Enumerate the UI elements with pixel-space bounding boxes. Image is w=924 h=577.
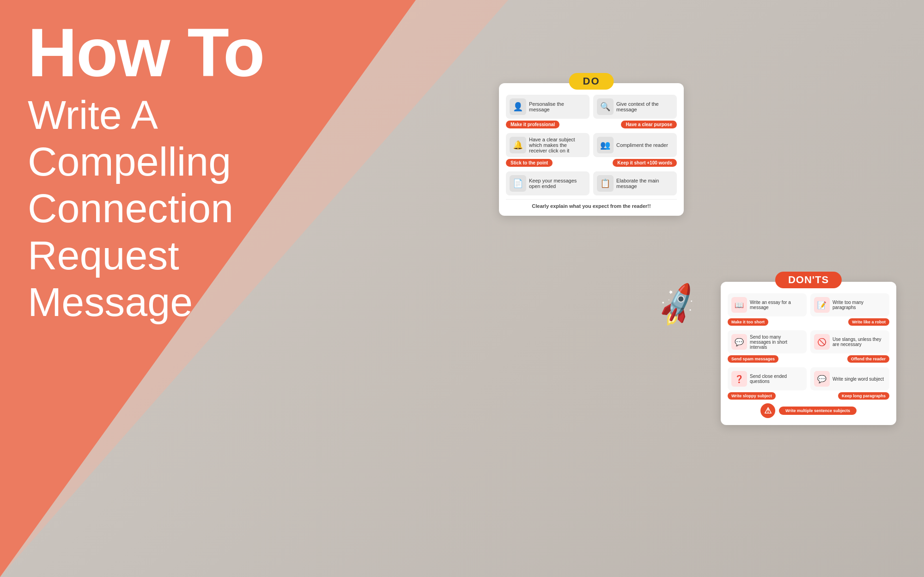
- word-subject-icon: 💬: [814, 371, 830, 387]
- donts-card: DON'TS 📖 Write an essay for a message 📝 …: [721, 282, 896, 425]
- title-subtitle: Write A Compelling Connection Request Me…: [28, 91, 264, 325]
- do-item-6: 📋 Elaborate the main message: [593, 171, 677, 195]
- open-ended-icon: 📄: [510, 175, 526, 192]
- do-items-grid: 👤 Personalise the message 🔍 Give context…: [506, 95, 677, 119]
- donts-label-robot: Write like a robot: [848, 318, 889, 326]
- donts-label-long: Keep long paragraphs: [838, 392, 889, 400]
- donts-item-6: 💬 Write single word subject: [810, 367, 889, 390]
- do-label-purpose: Have a clear purpose: [621, 121, 677, 128]
- do-label-row-2: Stick to the point Keep it short +100 wo…: [506, 159, 677, 167]
- title-how-to: How To: [28, 18, 264, 87]
- donts-item-1: 📖 Write an essay for a message: [728, 293, 807, 316]
- do-label-short: Keep it short +100 words: [613, 159, 677, 167]
- do-items-grid-3: 📄 Keep your messages open ended 📋 Elabor…: [506, 171, 677, 195]
- compliment-icon: 👥: [597, 137, 614, 153]
- donts-item-2: 📝 Write too many paragraphs: [810, 293, 889, 316]
- context-icon: 🔍: [597, 98, 614, 115]
- title-block: How To Write A Compelling Connection Req…: [28, 18, 264, 325]
- donts-footer: ⚠ Write multiple sentence subjects: [728, 403, 889, 418]
- donts-label-short: Make it too short: [728, 318, 768, 326]
- spam-icon: 💬: [731, 334, 747, 350]
- do-item-3: 🔔 Have a clear subject which makes the r…: [506, 133, 590, 157]
- donts-label-row-1: Make it too short Write like a robot: [728, 318, 889, 326]
- donts-bottom-label: Write multiple sentence subjects: [779, 407, 857, 415]
- donts-label-sloppy: Write sloppy subject: [728, 392, 776, 400]
- subject-icon: 🔔: [510, 137, 526, 153]
- slangs-icon: 🚫: [814, 334, 830, 350]
- do-items-grid-2: 🔔 Have a clear subject which makes the r…: [506, 133, 677, 157]
- personalise-icon: 👤: [510, 98, 526, 115]
- paragraphs-icon: 📝: [814, 297, 830, 313]
- donts-badge: DON'TS: [775, 272, 842, 288]
- donts-label-spam: Send spam messages: [728, 355, 778, 363]
- donts-items-grid-2: 💬 Send too many messages in short interv…: [728, 330, 889, 353]
- close-ended-icon: ❓: [731, 371, 747, 387]
- do-item-5: 📄 Keep your messages open ended: [506, 171, 590, 195]
- do-footer: Clearly explain what you expect from the…: [506, 199, 677, 209]
- essay-icon: 📖: [731, 297, 747, 313]
- do-item-2: 🔍 Give context of the message: [593, 95, 677, 119]
- do-label-row-1: Make it professional Have a clear purpos…: [506, 121, 677, 128]
- warning-icon: ⚠: [760, 403, 775, 418]
- elaborate-icon: 📋: [597, 175, 614, 192]
- do-label-professional: Make it professional: [506, 121, 559, 128]
- do-item-4: 👥 Compliment the reader: [593, 133, 677, 157]
- do-badge: DO: [569, 73, 614, 90]
- donts-items-grid-3: ❓ Send close ended questions 💬 Write sin…: [728, 367, 889, 390]
- donts-label-row-2: Send spam messages Offend the reader: [728, 355, 889, 363]
- donts-label-offend: Offend the reader: [847, 355, 889, 363]
- donts-item-3: 💬 Send too many messages in short interv…: [728, 330, 807, 353]
- do-label-point: Stick to the point: [506, 159, 553, 167]
- donts-items-grid: 📖 Write an essay for a message 📝 Write t…: [728, 293, 889, 316]
- do-card: DO 👤 Personalise the message 🔍 Give cont…: [499, 83, 684, 216]
- donts-item-5: ❓ Send close ended questions: [728, 367, 807, 390]
- donts-label-row-3: Write sloppy subject Keep long paragraph…: [728, 392, 889, 400]
- do-item-1: 👤 Personalise the message: [506, 95, 590, 119]
- donts-item-4: 🚫 Use slangs, unless they are necessary: [810, 330, 889, 353]
